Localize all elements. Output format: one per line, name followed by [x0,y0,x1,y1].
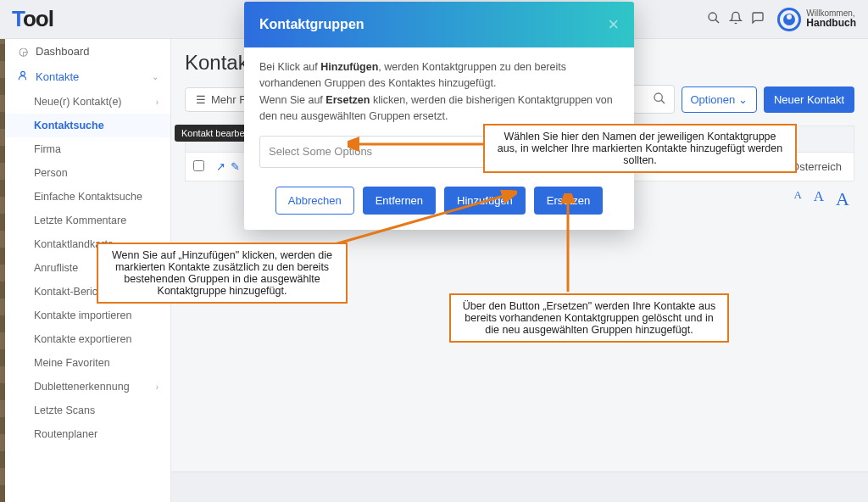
font-small-button[interactable]: A [793,188,801,210]
open-link-icon[interactable]: ↗ [216,160,225,173]
sidebar-item-label: Kontakte [36,70,79,83]
avatar-icon [777,8,801,31]
edit-icon[interactable]: ✎ [231,160,240,173]
logo-rest: ool [23,6,53,31]
close-icon[interactable]: × [608,14,619,36]
new-contact-button[interactable]: Neuer Kontakt [764,86,854,113]
sidebar-item-label: Kontakte exportieren [34,333,131,345]
svg-point-2 [21,71,25,75]
sidebar-item-dashboard[interactable]: ◶ Dashboard [5,39,170,64]
sidebar-item-label: Neue(r) Kontakt(e) [34,96,122,108]
contacts-icon [17,70,29,84]
svg-line-1 [715,20,719,23]
search-icon[interactable] [653,92,666,109]
dashboard-icon: ◶ [17,45,29,58]
modal-hint-replace: Wenn Sie auf Ersetzen klicken, werden di… [259,92,619,126]
welcome-text: Willkommen, Handbuch [806,8,856,29]
annotation-select: Wählen Sie hier den Namen der jeweiligen… [483,124,797,173]
sidebar-item-einfache-suche[interactable]: Einfache Kontaktsuche [5,185,170,209]
modal-title: Kontaktgruppen [259,17,364,32]
sidebar-item-label: Einfache Kontaktsuche [34,191,142,203]
svg-line-6 [317,195,507,249]
font-large-button[interactable]: A [836,188,849,210]
annotation-add: Wenn Sie auf „Hinzufügen" klicken, werde… [97,243,348,304]
row-checkbox[interactable] [186,160,211,174]
sidebar-item-importieren[interactable]: Kontakte importieren [5,304,170,327]
cell-country: Österreich [791,160,854,173]
arrow-to-select [348,136,487,153]
sidebar-item-label: Letzte Kommentare [34,215,126,226]
logo-letter-t: T [12,6,23,31]
svg-point-0 [709,13,716,20]
bell-icon[interactable] [725,11,747,28]
sidebar-item-neuer-kontakt[interactable]: Neue(r) Kontakt(e)› [5,90,170,114]
modal-header: Kontaktgruppen × [244,2,634,47]
sidebar-item-label: Kontaktsuche [34,120,104,131]
app-logo: Tool [12,6,53,32]
welcome-name: Handbuch [806,18,856,29]
sidebar-item-kontakte[interactable]: Kontakte ⌄ [5,64,170,90]
sidebar-item-label: Dashboard [36,45,90,58]
sidebar-item-dubletten[interactable]: Dublettenerkennung› [5,375,170,399]
sidebar-item-label: Dublettenerkennung [34,381,130,393]
sidebar-item-kontaktsuche[interactable]: Kontaktsuche [5,114,170,137]
sidebar-item-favoriten[interactable]: Meine Favoriten [5,351,170,375]
search-icon[interactable] [703,11,725,28]
sidebar-item-exportieren[interactable]: Kontakte exportieren [5,327,170,351]
options-label: Optionen [691,93,736,106]
sidebar-item-routenplaner[interactable]: Routenplaner [5,422,170,446]
sidebar-item-firma[interactable]: Firma [5,137,170,161]
filter-icon: ☰ [196,93,206,106]
user-welcome[interactable]: Willkommen, Handbuch [777,8,856,31]
sidebar-item-label: Routenplaner [34,428,97,440]
svg-point-3 [654,93,662,101]
sidebar-item-label: Anrufliste [34,262,78,274]
arrow-to-replace [559,193,576,295]
sidebar-item-label: Letzte Scans [34,404,95,416]
modal-hint-add: Bei Klick auf Hinzufügen, werden Kontakt… [259,59,619,92]
chevron-down-icon: ⌄ [738,93,748,106]
sidebar-item-label: Meine Favoriten [34,357,110,369]
sidebar-item-label: Firma [34,143,61,155]
sidebar-item-label: Kontakte importieren [34,310,131,321]
sidebar-item-letzte-scans[interactable]: Letzte Scans [5,399,170,422]
annotation-replace: Über den Button „Ersetzen" werden Ihre K… [449,293,729,343]
chevron-right-icon: › [156,382,159,392]
sidebar-item-label: Person [34,167,68,179]
font-medium-button[interactable]: A [814,188,824,210]
sidebar-item-letzte-kommentare[interactable]: Letzte Kommentare [5,209,170,232]
sidebar-item-person[interactable]: Person [5,161,170,185]
chevron-right-icon: › [156,98,159,107]
footer-bar [171,471,868,502]
chevron-down-icon: ⌄ [152,72,159,81]
svg-line-4 [661,100,665,103]
options-button[interactable]: Optionen ⌄ [682,86,757,113]
chat-icon[interactable] [747,11,769,28]
